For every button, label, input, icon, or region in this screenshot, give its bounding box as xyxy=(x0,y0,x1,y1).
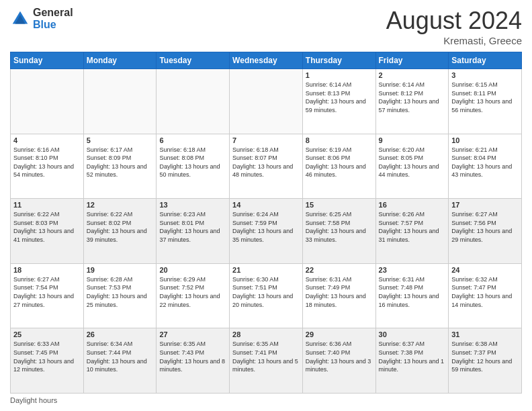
calendar-day-cell xyxy=(230,69,303,134)
calendar-day-cell: 28Sunrise: 6:35 AMSunset: 7:41 PMDayligh… xyxy=(230,328,303,394)
calendar-day-cell: 21Sunrise: 6:30 AMSunset: 7:51 PMDayligh… xyxy=(230,263,303,328)
calendar-day-cell: 8Sunrise: 6:19 AMSunset: 8:06 PMDaylight… xyxy=(302,134,375,199)
calendar-day-cell: 12Sunrise: 6:22 AMSunset: 8:02 PMDayligh… xyxy=(83,199,157,264)
title-block: August 2024 Kremasti, Greece xyxy=(386,7,522,46)
day-info: Sunrise: 6:35 AMSunset: 7:41 PMDaylight:… xyxy=(232,340,300,373)
calendar-day-cell: 26Sunrise: 6:34 AMSunset: 7:44 PMDayligh… xyxy=(83,328,157,394)
month-title: August 2024 xyxy=(386,7,522,35)
calendar-day-cell: 23Sunrise: 6:31 AMSunset: 7:48 PMDayligh… xyxy=(375,263,449,328)
calendar-day-cell: 1Sunrise: 6:14 AMSunset: 8:13 PMDaylight… xyxy=(302,69,375,134)
day-info: Sunrise: 6:22 AMSunset: 8:03 PMDaylight:… xyxy=(13,210,81,244)
day-number: 30 xyxy=(379,330,446,338)
day-of-week-header: Thursday xyxy=(302,52,375,69)
days-of-week-row: SundayMondayTuesdayWednesdayThursdayFrid… xyxy=(11,52,522,69)
calendar-day-cell: 17Sunrise: 6:27 AMSunset: 7:56 PMDayligh… xyxy=(449,199,522,264)
calendar-week-row: 1Sunrise: 6:14 AMSunset: 8:13 PMDaylight… xyxy=(11,69,522,134)
day-number: 22 xyxy=(306,266,373,274)
day-number: 16 xyxy=(379,201,446,209)
day-info: Sunrise: 6:22 AMSunset: 8:02 PMDaylight:… xyxy=(87,210,154,244)
day-info: Sunrise: 6:20 AMSunset: 8:05 PMDaylight:… xyxy=(379,146,446,179)
day-number: 5 xyxy=(87,136,154,144)
day-number: 29 xyxy=(306,330,373,338)
calendar-day-cell: 6Sunrise: 6:18 AMSunset: 8:08 PMDaylight… xyxy=(157,134,230,199)
page-container: General Blue August 2024 Kremasti, Greec… xyxy=(0,0,532,411)
location: Kremasti, Greece xyxy=(386,35,522,46)
logo: General Blue xyxy=(10,7,73,30)
day-number: 8 xyxy=(306,136,373,144)
calendar-week-row: 11Sunrise: 6:22 AMSunset: 8:03 PMDayligh… xyxy=(11,199,522,264)
calendar-day-cell: 16Sunrise: 6:26 AMSunset: 7:57 PMDayligh… xyxy=(375,199,449,264)
calendar-table: SundayMondayTuesdayWednesdayThursdayFrid… xyxy=(10,52,522,394)
calendar-day-cell xyxy=(11,69,84,134)
day-info: Sunrise: 6:26 AMSunset: 7:57 PMDaylight:… xyxy=(379,210,446,244)
calendar-week-row: 25Sunrise: 6:33 AMSunset: 7:45 PMDayligh… xyxy=(11,328,522,394)
day-number: 2 xyxy=(379,71,446,79)
day-number: 18 xyxy=(13,266,81,274)
calendar-day-cell xyxy=(157,69,230,134)
logo-blue: Blue xyxy=(33,19,73,31)
day-number: 10 xyxy=(451,136,519,144)
day-info: Sunrise: 6:28 AMSunset: 7:53 PMDaylight:… xyxy=(87,275,154,309)
day-info: Sunrise: 6:15 AMSunset: 8:11 PMDaylight:… xyxy=(451,81,519,114)
day-number: 4 xyxy=(13,136,81,144)
day-info: Sunrise: 6:36 AMSunset: 7:40 PMDaylight:… xyxy=(306,340,373,373)
day-info: Sunrise: 6:14 AMSunset: 8:13 PMDaylight:… xyxy=(306,81,373,114)
day-info: Sunrise: 6:31 AMSunset: 7:48 PMDaylight:… xyxy=(379,275,446,309)
calendar-day-cell: 15Sunrise: 6:25 AMSunset: 7:58 PMDayligh… xyxy=(302,199,375,264)
day-info: Sunrise: 6:25 AMSunset: 7:58 PMDaylight:… xyxy=(306,210,373,244)
day-info: Sunrise: 6:18 AMSunset: 8:08 PMDaylight:… xyxy=(159,146,226,179)
day-number: 13 xyxy=(159,201,226,209)
day-number: 31 xyxy=(451,330,519,338)
day-info: Sunrise: 6:37 AMSunset: 7:38 PMDaylight:… xyxy=(379,340,446,373)
day-info: Sunrise: 6:14 AMSunset: 8:12 PMDaylight:… xyxy=(379,81,446,114)
calendar-day-cell: 31Sunrise: 6:38 AMSunset: 7:37 PMDayligh… xyxy=(449,328,522,394)
day-of-week-header: Monday xyxy=(83,52,157,69)
calendar-body: 1Sunrise: 6:14 AMSunset: 8:13 PMDaylight… xyxy=(11,69,522,394)
day-number: 19 xyxy=(87,266,154,274)
day-info: Sunrise: 6:34 AMSunset: 7:44 PMDaylight:… xyxy=(87,340,154,373)
calendar-day-cell: 25Sunrise: 6:33 AMSunset: 7:45 PMDayligh… xyxy=(11,328,84,394)
day-info: Sunrise: 6:19 AMSunset: 8:06 PMDaylight:… xyxy=(306,146,373,179)
day-info: Sunrise: 6:29 AMSunset: 7:52 PMDaylight:… xyxy=(159,275,226,309)
day-number: 21 xyxy=(232,266,300,274)
calendar-day-cell: 5Sunrise: 6:17 AMSunset: 8:09 PMDaylight… xyxy=(83,134,157,199)
logo-icon xyxy=(10,9,30,29)
day-of-week-header: Sunday xyxy=(11,52,84,69)
day-info: Sunrise: 6:30 AMSunset: 7:51 PMDaylight:… xyxy=(232,275,300,309)
day-number: 27 xyxy=(159,330,226,338)
day-info: Sunrise: 6:16 AMSunset: 8:10 PMDaylight:… xyxy=(13,146,81,179)
calendar-day-cell: 14Sunrise: 6:24 AMSunset: 7:59 PMDayligh… xyxy=(230,199,303,264)
calendar-day-cell: 30Sunrise: 6:37 AMSunset: 7:38 PMDayligh… xyxy=(375,328,449,394)
calendar-day-cell: 13Sunrise: 6:23 AMSunset: 8:01 PMDayligh… xyxy=(157,199,230,264)
calendar-day-cell: 3Sunrise: 6:15 AMSunset: 8:11 PMDaylight… xyxy=(449,69,522,134)
day-info: Sunrise: 6:33 AMSunset: 7:45 PMDaylight:… xyxy=(13,340,81,373)
day-of-week-header: Wednesday xyxy=(230,52,303,69)
day-number: 20 xyxy=(159,266,226,274)
day-number: 11 xyxy=(13,201,81,209)
calendar-day-cell: 11Sunrise: 6:22 AMSunset: 8:03 PMDayligh… xyxy=(11,199,84,264)
day-number: 28 xyxy=(232,330,300,338)
day-info: Sunrise: 6:35 AMSunset: 7:43 PMDaylight:… xyxy=(159,340,226,373)
calendar-day-cell: 22Sunrise: 6:31 AMSunset: 7:49 PMDayligh… xyxy=(302,263,375,328)
calendar-day-cell: 19Sunrise: 6:28 AMSunset: 7:53 PMDayligh… xyxy=(83,263,157,328)
day-info: Sunrise: 6:31 AMSunset: 7:49 PMDaylight:… xyxy=(306,275,373,309)
calendar-day-cell: 4Sunrise: 6:16 AMSunset: 8:10 PMDaylight… xyxy=(11,134,84,199)
calendar-day-cell: 27Sunrise: 6:35 AMSunset: 7:43 PMDayligh… xyxy=(157,328,230,394)
calendar-day-cell: 20Sunrise: 6:29 AMSunset: 7:52 PMDayligh… xyxy=(157,263,230,328)
logo-general: General xyxy=(33,7,73,19)
day-info: Sunrise: 6:21 AMSunset: 8:04 PMDaylight:… xyxy=(451,146,519,179)
day-info: Sunrise: 6:18 AMSunset: 8:07 PMDaylight:… xyxy=(232,146,300,179)
page-header: General Blue August 2024 Kremasti, Greec… xyxy=(10,7,522,46)
day-info: Sunrise: 6:23 AMSunset: 8:01 PMDaylight:… xyxy=(159,210,226,244)
calendar-day-cell: 7Sunrise: 6:18 AMSunset: 8:07 PMDaylight… xyxy=(230,134,303,199)
calendar-day-cell xyxy=(83,69,157,134)
day-number: 17 xyxy=(451,201,519,209)
day-of-week-header: Tuesday xyxy=(157,52,230,69)
day-number: 3 xyxy=(451,71,519,79)
day-number: 1 xyxy=(306,71,373,79)
calendar-day-cell: 2Sunrise: 6:14 AMSunset: 8:12 PMDaylight… xyxy=(375,69,449,134)
day-number: 24 xyxy=(451,266,519,274)
day-info: Sunrise: 6:38 AMSunset: 7:37 PMDaylight:… xyxy=(451,340,519,373)
calendar-header: SundayMondayTuesdayWednesdayThursdayFrid… xyxy=(11,52,522,69)
calendar-week-row: 18Sunrise: 6:27 AMSunset: 7:54 PMDayligh… xyxy=(11,263,522,328)
